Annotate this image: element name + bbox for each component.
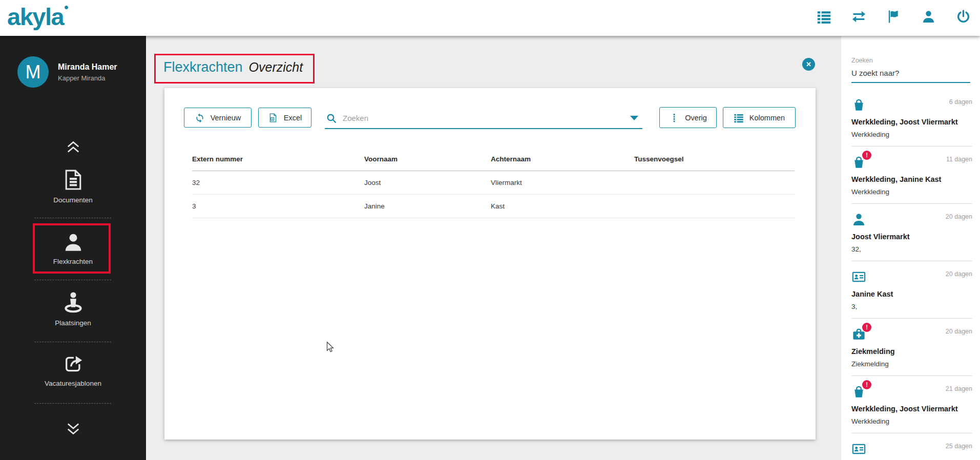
list-icon[interactable]: [817, 9, 831, 24]
notification-age: 20 dagen: [946, 270, 972, 278]
notifications-panel: Zoeken 6 dagenWerkkleding, Joost Vlierma…: [841, 36, 980, 460]
content-card: Vernieuw x Excel Overig Kolommen Extern …: [164, 88, 816, 440]
topbar-icon-group: [817, 9, 971, 24]
notification-subtitle: Werkkleding: [851, 131, 972, 138]
top-bar: akyla•: [0, 0, 980, 36]
page-subtitle: Overzicht: [249, 60, 303, 74]
akyla-logo: akyla•: [7, 0, 68, 31]
overig-button-label: Overig: [685, 114, 707, 122]
user-name: Miranda Hamer: [58, 62, 117, 72]
table-cell: Janine: [364, 195, 491, 218]
search-input[interactable]: [343, 114, 630, 122]
panel-search-label: Zoeken: [851, 57, 970, 64]
chevrons-up-icon: [65, 139, 82, 155]
sidebar-item-vacaturesjablonen[interactable]: Vacaturesjablonen: [0, 353, 146, 387]
table-cell: 32: [192, 171, 364, 194]
flexkrachten-table: Extern nummerVoornaamAchternaamTussenvoe…: [192, 149, 795, 218]
notification-title: Werkkleding, Joost Vliermarkt: [851, 405, 972, 413]
user-icon[interactable]: [921, 9, 936, 24]
page-title: Flexkrachten: [163, 59, 243, 75]
close-icon[interactable]: ✕: [802, 58, 815, 71]
notification-item[interactable]: !21 dagenWerkkleding, Joost VliermarktWe…: [851, 376, 972, 433]
notification-subtitle: Werkkleding: [851, 417, 972, 425]
excel-export-button[interactable]: x Excel: [258, 108, 311, 128]
table-search-field: [325, 108, 642, 129]
notification-age: 11 dagen: [946, 156, 972, 163]
notification-title: Janine Kast: [851, 290, 972, 298]
notification-title: Werkkleding, Janine Kast: [851, 175, 972, 183]
sidebar-item-label: Documenten: [0, 196, 146, 204]
column-header[interactable]: Voornaam: [364, 149, 491, 171]
column-header[interactable]: Tussenvoegsel: [634, 149, 795, 171]
bag-icon: [851, 97, 866, 112]
notification-header: 6 dagen: [851, 97, 972, 112]
person-icon: [851, 212, 866, 227]
sidebar-divider: [34, 403, 111, 404]
table-cell: Vliermarkt: [491, 171, 634, 194]
table-cell: Kast: [491, 195, 634, 218]
share-icon: [62, 353, 84, 375]
kebab-menu-icon: [669, 113, 679, 123]
sidebar-item-label: Plaatsingen: [0, 319, 146, 327]
idcard-icon: [851, 269, 866, 284]
notification-item[interactable]: 20 dagenJoost Vliermarkt32,: [851, 204, 972, 261]
notification-subtitle: Ziekmelding: [851, 360, 972, 368]
notification-age: 20 dagen: [946, 213, 972, 220]
columns-list-icon: [734, 113, 744, 123]
notification-item[interactable]: 25 dagen: [851, 433, 972, 460]
notification-header: 25 dagen: [851, 442, 972, 456]
table-row[interactable]: 32JoostVliermarkt: [192, 171, 795, 195]
user-profile[interactable]: M Miranda Hamer Kapper Miranda: [17, 56, 117, 88]
idcard-icon: [851, 442, 866, 456]
sidebar-item-plaatsingen[interactable]: Plaatsingen: [0, 291, 146, 327]
panel-search-input[interactable]: [851, 66, 970, 83]
alert-badge: !: [862, 151, 871, 160]
kolommen-button-label: Kolommen: [749, 114, 785, 122]
notification-age: 20 dagen: [946, 328, 972, 335]
notification-title: Joost Vliermarkt: [851, 233, 972, 241]
swap-icon[interactable]: [851, 9, 866, 24]
chevron-down-icon[interactable]: [630, 116, 638, 120]
kolommen-button[interactable]: Kolommen: [723, 107, 796, 128]
sidebar-divider: [34, 218, 111, 218]
search-icon: [326, 113, 337, 124]
notification-item[interactable]: 20 dagenJanine Kast3,: [851, 261, 972, 319]
sidebar-scroll-down[interactable]: [0, 421, 146, 436]
overig-button[interactable]: Overig: [659, 107, 717, 128]
alert-badge: !: [862, 323, 871, 332]
notification-subtitle: 32,: [851, 245, 972, 253]
notification-header: 20 dagen: [851, 269, 972, 284]
left-sidebar: M Miranda Hamer Kapper Miranda Documente…: [0, 36, 146, 460]
sidebar-divider: [34, 342, 111, 342]
flag-icon[interactable]: [886, 9, 901, 24]
refresh-button-label: Vernieuw: [211, 114, 241, 122]
svg-text:x: x: [272, 117, 273, 120]
document-icon: [61, 168, 85, 192]
table-body: 32JoostVliermarkt3JanineKast: [192, 171, 795, 218]
chevrons-down-icon: [65, 421, 82, 436]
refresh-button[interactable]: Vernieuw: [184, 108, 252, 128]
notification-header: !11 dagen: [851, 155, 972, 170]
column-header[interactable]: Achternaam: [491, 149, 634, 171]
notification-title: Ziekmelding: [851, 347, 972, 356]
sidebar-item-documenten[interactable]: Documenten: [0, 168, 146, 204]
notification-item[interactable]: !11 dagenWerkkleding, Janine KastWerkkle…: [851, 147, 972, 204]
bag-icon: !: [851, 155, 866, 170]
notification-list: 6 dagenWerkkleding, Joost VliermarktWerk…: [851, 89, 972, 460]
sidebar-scroll-up[interactable]: [0, 139, 146, 155]
notification-title: Werkkleding, Joost Vliermarkt: [851, 118, 972, 126]
notification-item[interactable]: !20 dagenZiekmeldingZiekmelding: [851, 319, 972, 376]
table-cell: Joost: [364, 171, 491, 194]
alert-badge: !: [862, 380, 871, 389]
column-header[interactable]: Extern nummer: [192, 149, 364, 171]
notification-item[interactable]: 6 dagenWerkkleding, Joost VliermarktWerk…: [851, 89, 972, 147]
notification-age: 21 dagen: [946, 385, 972, 392]
placement-icon: [61, 291, 85, 315]
power-icon[interactable]: [956, 9, 971, 24]
excel-file-icon: x: [268, 113, 278, 123]
notification-age: 25 dagen: [946, 443, 972, 450]
annotation-box-sidebar: [33, 223, 111, 274]
main-content: FlexkrachtenOverzicht ✕ Vernieuw x Excel…: [146, 36, 841, 460]
table-row[interactable]: 3JanineKast: [192, 195, 795, 218]
table-cell: [634, 199, 795, 214]
